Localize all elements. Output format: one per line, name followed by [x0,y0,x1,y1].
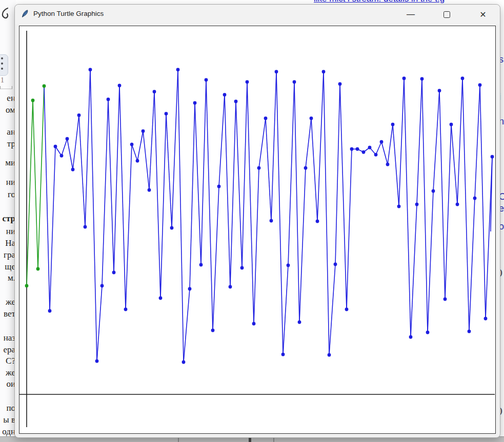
bg-text-fragment: ни [0,177,15,188]
close-button[interactable]: ✕ [473,7,493,22]
bg-text-fragment: стр [0,213,15,224]
minimize-button[interactable]: — [400,7,421,22]
bg-text-fragment: же [0,367,15,378]
bg-text-fragment: одн [0,426,15,437]
bg-text-fragment: ан [0,127,15,138]
bg-text-fragment: ен [0,93,15,104]
titlebar[interactable]: Python Turtle Graphics — ✕ [15,5,500,24]
bg-text-fragment: ми [0,157,15,169]
bg-text-fragment: ера [0,344,15,355]
ruler-ticks [0,86,12,89]
bg-text-fragment: го [0,189,15,200]
maximize-button[interactable] [436,7,457,22]
bg-text-fragment: же [0,297,15,308]
bg-text-fragment: тр [0,138,15,150]
ruler-number: 1 [1,76,4,85]
bg-text-fragment: по [0,403,15,414]
bg-text-fragment: вет [0,308,15,320]
window-title: Python Turtle Graphics [33,10,104,17]
bg-text-fragment: На [0,238,15,249]
turtle-graphics-window[interactable]: Python Turtle Graphics — ✕ [14,4,500,438]
turtle-canvas [19,26,496,434]
bg-text-fragment: ом [0,104,15,116]
corner-curve-glyph [0,7,10,22]
bg-text-fragment: ни [0,226,15,237]
bg-text-fragment: наз [0,332,15,344]
bg-text-fragment: ще [0,261,15,272]
background-document-left-strip: 1 еномантрминигострниНагращем.жеветназер… [0,0,16,436]
kebab-menu-icon [0,54,8,76]
turtle-plot-svg [19,26,495,433]
maximize-icon [443,11,450,18]
background-link-text: like mict i stream: details in the t.g [314,0,504,4]
bg-text-fragment: м. [0,272,15,284]
bg-text-fragment: ы в [0,414,15,426]
bg-text-fragment: ои [0,378,15,390]
bg-text-fragment: С? [0,355,15,367]
python-feather-icon [21,9,30,18]
bg-text-fragment: гра [0,249,15,261]
